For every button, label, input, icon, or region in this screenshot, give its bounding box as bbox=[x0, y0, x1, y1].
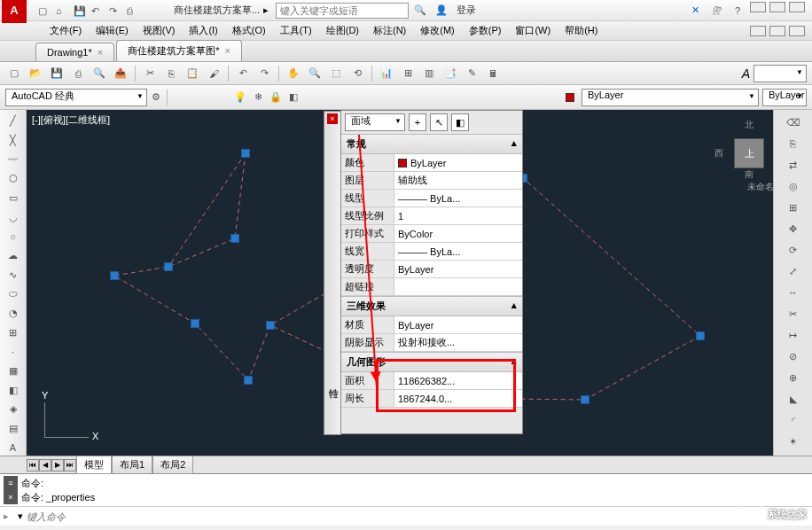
menu-params[interactable]: 参数(P) bbox=[464, 22, 507, 39]
section-general[interactable]: 常规▴ bbox=[341, 134, 522, 154]
doc-tab-drawing1[interactable]: Drawing1*× bbox=[35, 43, 114, 61]
palette-titlebar[interactable]: × 特性 bbox=[324, 111, 341, 435]
grip-icon[interactable] bbox=[164, 262, 173, 271]
properties-icon[interactable]: 📊 bbox=[378, 65, 395, 82]
arc-icon[interactable]: ◡ bbox=[3, 209, 24, 225]
tab-first-icon[interactable]: ⏮ bbox=[27, 459, 39, 472]
prop-lineweight[interactable]: ——— ByLa... bbox=[394, 243, 522, 260]
extend-icon[interactable]: ↦ bbox=[785, 326, 802, 344]
prop-shadow[interactable]: 投射和接收... bbox=[394, 334, 522, 351]
gradient-icon[interactable]: ◧ bbox=[3, 382, 24, 398]
textstyle-dropdown[interactable] bbox=[753, 65, 807, 82]
layout-tab-model[interactable]: 模型 bbox=[76, 456, 112, 474]
object-type-dropdown[interactable]: 面域 bbox=[345, 113, 405, 131]
grip-icon[interactable] bbox=[266, 321, 275, 330]
paste-icon[interactable]: 📋 bbox=[183, 65, 201, 82]
viewport-label[interactable]: [-][俯视][二维线框] bbox=[32, 113, 110, 127]
doc-maximize-button[interactable] bbox=[769, 26, 785, 36]
xline-icon[interactable]: ╳ bbox=[3, 133, 24, 149]
selectobj-icon[interactable]: ↖ bbox=[430, 113, 448, 131]
section-effects[interactable]: 三维效果▴ bbox=[341, 296, 522, 316]
prop-hyperlink[interactable] bbox=[394, 278, 522, 295]
color-swatch-icon[interactable] bbox=[566, 93, 574, 102]
array-icon[interactable]: ⊞ bbox=[785, 199, 802, 216]
circle-icon[interactable]: ○ bbox=[3, 229, 24, 245]
zoom-prev-icon[interactable]: ⟲ bbox=[348, 65, 366, 82]
grip-icon[interactable] bbox=[191, 319, 199, 328]
menu-modify[interactable]: 修改(M) bbox=[415, 22, 460, 39]
block-icon[interactable]: ⊞ bbox=[3, 324, 24, 340]
minimize-button[interactable] bbox=[750, 2, 766, 12]
menu-dimension[interactable]: 标注(N) bbox=[368, 22, 411, 39]
hatch-icon[interactable]: ▦ bbox=[3, 363, 24, 379]
search-icon[interactable]: 🔍 bbox=[414, 4, 426, 16]
new-icon[interactable]: ▢ bbox=[5, 65, 23, 82]
calc-icon[interactable]: 🖩 bbox=[484, 65, 502, 82]
region-icon[interactable]: ◈ bbox=[3, 401, 24, 417]
print-icon[interactable]: ⎙ bbox=[69, 65, 87, 82]
color-dropdown[interactable]: ByLayer bbox=[582, 89, 759, 106]
rectangle-icon[interactable]: ▭ bbox=[3, 191, 24, 207]
zoom-window-icon[interactable]: ⬚ bbox=[327, 65, 345, 82]
close-icon[interactable]: × bbox=[98, 47, 103, 58]
layer-color-icon[interactable]: ◧ bbox=[285, 89, 302, 106]
ellipse-icon[interactable]: ⬭ bbox=[3, 286, 24, 302]
pan-icon[interactable]: ✋ bbox=[285, 65, 302, 82]
qat-save-icon[interactable]: 💾 bbox=[73, 4, 85, 17]
rotate-icon[interactable]: ⟳ bbox=[785, 241, 802, 259]
sheetset-icon[interactable]: 📑 bbox=[441, 65, 459, 82]
undo-icon[interactable]: ↶ bbox=[234, 65, 252, 82]
textstyle-icon[interactable]: A bbox=[742, 66, 750, 81]
open-icon[interactable]: 📂 bbox=[27, 65, 44, 82]
trim-icon[interactable]: ✂ bbox=[785, 305, 802, 323]
pline-icon[interactable]: 〰 bbox=[3, 152, 24, 168]
join-icon[interactable]: ⊕ bbox=[785, 369, 802, 386]
help-icon[interactable]: ? bbox=[729, 2, 746, 19]
publish-icon[interactable]: 📤 bbox=[112, 65, 129, 82]
line-icon[interactable]: ╱ bbox=[3, 113, 24, 129]
prop-material[interactable]: ByLayer bbox=[394, 316, 522, 333]
prop-linetype[interactable]: ——— ByLa... bbox=[394, 190, 522, 207]
exchange-icon[interactable]: ✕ bbox=[686, 2, 704, 19]
grip-icon[interactable] bbox=[244, 376, 253, 385]
redo-icon[interactable]: ↷ bbox=[255, 65, 273, 82]
break-icon[interactable]: ⊘ bbox=[785, 347, 802, 365]
quickselect-icon[interactable]: + bbox=[409, 113, 426, 131]
tab-prev-icon[interactable]: ◀ bbox=[39, 459, 51, 472]
markup-icon[interactable]: ✎ bbox=[463, 65, 480, 82]
zoom-icon[interactable]: 🔍 bbox=[306, 65, 324, 82]
matchprop-icon[interactable]: 🖌 bbox=[205, 65, 223, 82]
layer-on-icon[interactable]: 💡 bbox=[231, 89, 249, 106]
cmd-history-icon[interactable]: ≡ bbox=[4, 476, 18, 490]
offset-icon[interactable]: ◎ bbox=[785, 177, 802, 195]
spline-icon[interactable]: ∿ bbox=[3, 267, 24, 283]
workspace-dropdown[interactable]: AutoCAD 经典 bbox=[5, 89, 147, 106]
prop-transparency[interactable]: ByLayer bbox=[394, 261, 522, 277]
menu-view[interactable]: 视图(V) bbox=[137, 22, 181, 39]
copy-icon[interactable]: ⎘ bbox=[162, 65, 180, 82]
move-icon[interactable]: ✥ bbox=[785, 220, 802, 238]
prop-layer[interactable]: 辅助线 bbox=[394, 172, 522, 189]
mirror-icon[interactable]: ⇄ bbox=[785, 156, 802, 174]
viewcube-top[interactable]: 上 bbox=[734, 138, 764, 168]
menu-insert[interactable]: 插入(I) bbox=[183, 22, 223, 39]
login-link[interactable]: 登录 bbox=[457, 4, 476, 17]
ellipsearc-icon[interactable]: ◔ bbox=[3, 306, 24, 322]
prop-color[interactable]: ByLayer bbox=[394, 154, 522, 171]
close-button[interactable] bbox=[789, 2, 805, 12]
cmd-close-icon[interactable]: × bbox=[4, 490, 18, 504]
tab-last-icon[interactable]: ⏭ bbox=[64, 459, 76, 472]
revcloud-icon[interactable]: ☁ bbox=[3, 248, 24, 264]
doc-minimize-button[interactable] bbox=[750, 26, 766, 36]
maximize-button[interactable] bbox=[769, 2, 785, 12]
lineweight-dropdown[interactable]: ByLayer bbox=[762, 89, 807, 106]
gear-icon[interactable]: ⚙ bbox=[147, 89, 165, 106]
polygon-icon[interactable]: ⬡ bbox=[3, 171, 24, 187]
menu-draw[interactable]: 绘图(D) bbox=[321, 22, 364, 39]
layer-freeze-icon[interactable]: ❄ bbox=[249, 89, 267, 106]
qat-redo-icon[interactable]: ↷ bbox=[108, 4, 121, 17]
help-search-input[interactable] bbox=[276, 3, 409, 19]
palette-close-icon[interactable]: × bbox=[327, 113, 338, 124]
table-icon[interactable]: ▤ bbox=[3, 421, 24, 437]
cut-icon[interactable]: ✂ bbox=[141, 65, 159, 82]
